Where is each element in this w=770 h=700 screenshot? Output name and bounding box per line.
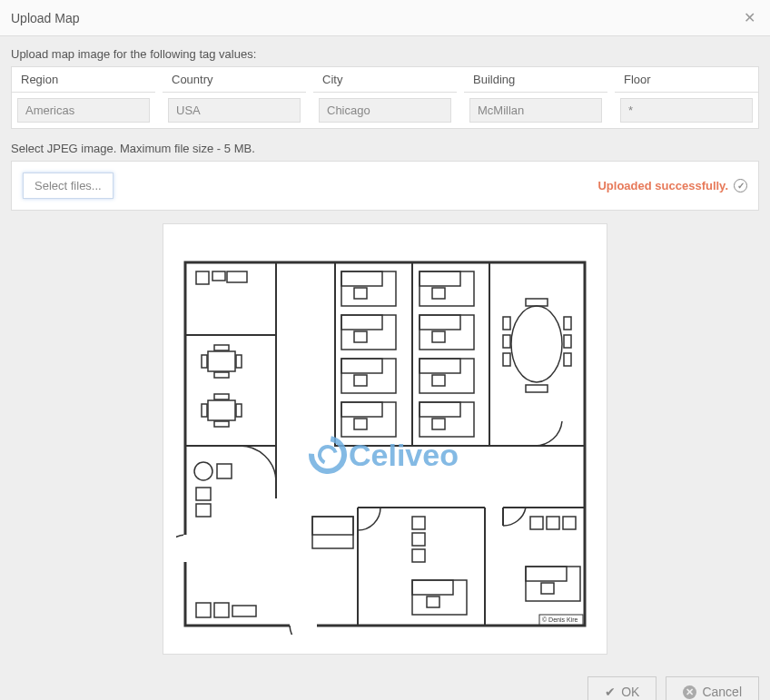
map-preview-frame: Celiveo © Denis Kire <box>163 223 607 655</box>
upload-status-text: Uploaded successfully. <box>597 179 728 192</box>
ok-label: OK <box>621 685 639 699</box>
tag-header-country: Country <box>163 67 306 93</box>
tag-instruction-label: Upload map image for the following tag v… <box>11 47 759 61</box>
close-button[interactable]: ✕ <box>740 9 759 26</box>
upload-panel: Select files... Uploaded successfully. ✓ <box>11 161 759 211</box>
upload-status: Uploaded successfully. ✓ <box>597 179 747 192</box>
tag-col-building: Building McMillan <box>464 67 607 128</box>
tag-values-grid: Region Americas Country USA City Chicago… <box>11 66 759 129</box>
tag-header-floor: Floor <box>615 67 758 93</box>
tag-value-region: Americas <box>17 98 150 123</box>
checkmark-icon: ✓ <box>734 179 747 192</box>
dialog-content: Upload map image for the following tag v… <box>0 36 770 665</box>
cancel-icon: ✕ <box>683 685 696 699</box>
dialog-footer: ✔ OK ✕ Cancel <box>0 665 770 700</box>
tag-header-region: Region <box>12 67 155 93</box>
file-instruction-label: Select JPEG image. Maximum file size - 5… <box>11 142 759 155</box>
tag-col-city: City Chicago <box>313 67 457 128</box>
tag-value-floor: * <box>620 98 753 123</box>
check-icon: ✔ <box>605 685 616 699</box>
upload-map-dialog: Upload Map ✕ Upload map image for the fo… <box>0 0 770 700</box>
tag-value-country: USA <box>168 98 301 123</box>
dialog-title: Upload Map <box>11 11 80 25</box>
watermark-text: Celiveo <box>349 438 459 472</box>
select-files-button[interactable]: Select files... <box>23 173 114 199</box>
tag-col-country: Country USA <box>163 67 306 128</box>
cancel-button[interactable]: ✕ Cancel <box>666 676 759 700</box>
tag-col-floor: Floor * <box>615 67 758 128</box>
dialog-header: Upload Map ✕ <box>0 0 770 36</box>
tag-header-city: City <box>313 67 457 93</box>
floorplan-image: Celiveo © Denis Kire <box>176 244 594 635</box>
close-icon: ✕ <box>744 10 755 25</box>
tag-header-building: Building <box>464 67 607 93</box>
ok-button[interactable]: ✔ OK <box>587 676 656 700</box>
preview-container: Celiveo © Denis Kire <box>11 223 759 655</box>
cancel-label: Cancel <box>702 685 742 699</box>
copyright-text: © Denis Kire <box>542 616 578 623</box>
tag-value-city: Chicago <box>319 98 451 123</box>
tag-value-building: McMillan <box>469 98 602 123</box>
tag-col-region: Region Americas <box>12 67 155 128</box>
